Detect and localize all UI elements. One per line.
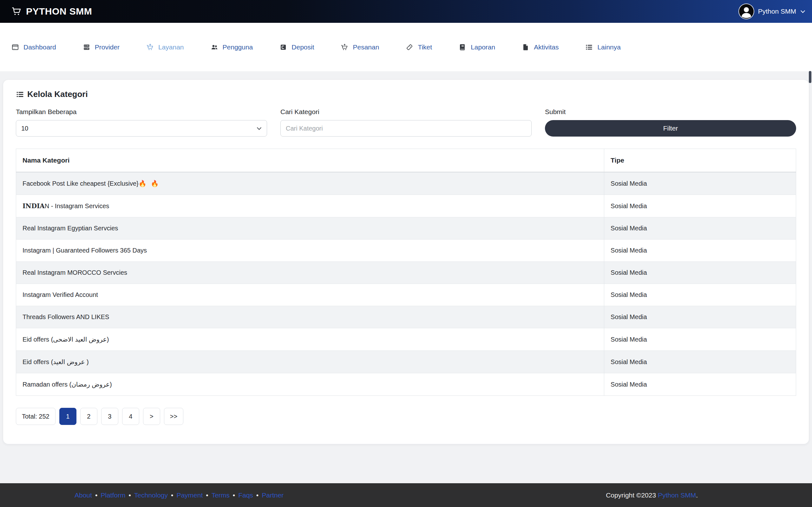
table-row: Eid offers (عروض العيد الاضحى)Sosial Med…: [16, 328, 796, 351]
list-icon: [16, 90, 24, 99]
nav-label: Tiket: [418, 43, 432, 51]
nav-item-aktivitas[interactable]: Aktivitas: [522, 43, 559, 51]
nav-label: Laporan: [471, 43, 495, 51]
category-type-cell: Sosial Media: [604, 306, 796, 328]
table-row: Facebook Post Like cheapest {Exclusive}🔥…: [16, 172, 796, 195]
table-row: Real Instagram MOROCCO ServciesSosial Me…: [16, 262, 796, 284]
brand-title: PYTHON SMM: [26, 6, 92, 17]
footer-link-platform[interactable]: Platform: [101, 492, 125, 499]
nav-item-laporan[interactable]: Laporan: [459, 43, 495, 51]
nav-item-pesanan[interactable]: Pesanan: [341, 43, 379, 51]
category-name-cell: Ramadan offers (عروض رمضان): [16, 373, 604, 396]
pagination-page-4[interactable]: 4: [122, 408, 139, 425]
pagination-page->[interactable]: >: [143, 408, 160, 425]
page-title-text: Kelola Kategori: [27, 89, 88, 99]
category-name-cell: Eid offers (عروض العيد ): [16, 351, 604, 373]
footer-link-faqs[interactable]: Faqs: [238, 492, 253, 499]
table-row: Threads Followers AND LIKESSosial Media: [16, 306, 796, 328]
filter-form: Tampilkan Beberapa 10 Cari Kategori Subm…: [16, 108, 796, 136]
main-nav: DashboardProviderLayananPenggunaDepositP…: [0, 23, 812, 71]
dashboard-icon: [11, 43, 19, 51]
nav-item-pengguna[interactable]: Pengguna: [211, 43, 253, 51]
table-row: Eid offers (عروض العيد )Sosial Media: [16, 351, 796, 373]
column-header-tipe: Tipe: [604, 149, 796, 172]
book-icon: [459, 43, 466, 51]
list-icon: [585, 43, 593, 51]
scrollbar-thumb[interactable]: [809, 71, 811, 83]
server-icon: [83, 43, 90, 51]
search-input[interactable]: [281, 120, 531, 136]
page-title: Kelola Kategori: [16, 89, 796, 99]
category-name-cell: INDIAN - Instagram Services: [16, 195, 604, 217]
category-type-cell: Sosial Media: [604, 195, 796, 217]
footer-link-terms[interactable]: Terms: [212, 492, 230, 499]
person-icon: [739, 4, 754, 19]
nav-item-layanan[interactable]: Layanan: [146, 43, 184, 51]
table-row: INDIAN - Instagram ServicesSosial Media: [16, 195, 796, 217]
footer-link-about[interactable]: About: [74, 492, 92, 499]
search-group: Cari Kategori: [281, 108, 531, 136]
shopping-cart-icon: [11, 6, 21, 16]
user-menu[interactable]: Python SMM: [739, 4, 804, 19]
brand-logo[interactable]: PYTHON SMM: [11, 6, 92, 17]
table-row: Instagram | Guaranteed Followers 365 Day…: [16, 239, 796, 262]
nav-label: Deposit: [292, 43, 314, 51]
content-area: Kelola Kategori Tampilkan Beberapa 10 Ca…: [0, 71, 812, 444]
users-icon: [211, 43, 218, 51]
nav-item-deposit[interactable]: Deposit: [280, 43, 314, 51]
nav-item-tiket[interactable]: Tiket: [406, 43, 432, 51]
footer-link-payment[interactable]: Payment: [176, 492, 203, 499]
footer-link-separator: •: [171, 492, 173, 499]
category-type-cell: Sosial Media: [604, 172, 796, 195]
chevron-down-icon: [801, 9, 805, 13]
nav-label: Provider: [95, 43, 119, 51]
credit-card-icon: [280, 43, 287, 51]
nav-label: Dashboard: [23, 43, 56, 51]
user-menu-label: Python SMM: [758, 8, 796, 15]
pagination: Total: 252 1234>>>: [16, 408, 796, 425]
cart-plus-icon: [146, 43, 154, 51]
category-type-cell: Sosial Media: [604, 262, 796, 284]
submit-group: Submit Filter: [545, 108, 796, 136]
category-name-cell: Real Instagram MOROCCO Servcies: [16, 262, 604, 284]
show-count-group: Tampilkan Beberapa 10: [16, 108, 267, 136]
show-count-label: Tampilkan Beberapa: [16, 108, 267, 116]
footer-link-technology[interactable]: Technology: [134, 492, 168, 499]
footer-links: About•Platform•Technology•Payment•Terms•…: [74, 492, 284, 499]
category-name-cell: Facebook Post Like cheapest {Exclusive}🔥…: [16, 172, 604, 195]
footer-link-separator: •: [256, 492, 258, 499]
nav-item-provider[interactable]: Provider: [83, 43, 119, 51]
copyright: Copyright ©2023 Python SMM.: [606, 492, 698, 499]
nav-label: Pengguna: [223, 43, 253, 51]
nav-label: Layanan: [158, 43, 184, 51]
category-name-cell: Instagram | Guaranteed Followers 365 Day…: [16, 239, 604, 262]
category-type-cell: Sosial Media: [604, 217, 796, 239]
nav-item-dashboard[interactable]: Dashboard: [11, 43, 56, 51]
pagination-page-2[interactable]: 2: [80, 408, 97, 425]
page-footer: About•Platform•Technology•Payment•Terms•…: [0, 483, 812, 507]
category-type-cell: Sosial Media: [604, 328, 796, 351]
footer-link-separator: •: [95, 492, 97, 499]
category-name-cell: Threads Followers AND LIKES: [16, 306, 604, 328]
table-row: Instagram Verified AccountSosial Media: [16, 284, 796, 306]
table-row: Ramadan offers (عروض رمضان)Sosial Media: [16, 373, 796, 396]
footer-link-separator: •: [129, 492, 131, 499]
file-icon: [522, 43, 529, 51]
category-name-cell: Eid offers (عروض العيد الاضحى): [16, 328, 604, 351]
nav-label: Aktivitas: [534, 43, 559, 51]
footer-link-partner[interactable]: Partner: [262, 492, 284, 499]
pagination-page-1[interactable]: 1: [59, 408, 77, 425]
pagination-page-3[interactable]: 3: [101, 408, 118, 425]
copyright-brand-link[interactable]: Python SMM: [658, 492, 696, 499]
search-label: Cari Kategori: [281, 108, 531, 116]
column-header-nama-kategori: Nama Kategori: [16, 149, 604, 172]
categories-table: Nama Kategori Tipe Facebook Post Like ch…: [16, 149, 796, 396]
table-row: Real Instagram Egyptian ServciesSosial M…: [16, 217, 796, 239]
category-name-cell: Instagram Verified Account: [16, 284, 604, 306]
pagination-page->>[interactable]: >>: [164, 408, 183, 425]
nav-item-lainnya[interactable]: Lainnya: [585, 43, 621, 51]
show-count-select[interactable]: 10: [16, 120, 267, 136]
ticket-icon: [406, 43, 413, 51]
category-type-cell: Sosial Media: [604, 351, 796, 373]
filter-button[interactable]: Filter: [545, 120, 796, 136]
